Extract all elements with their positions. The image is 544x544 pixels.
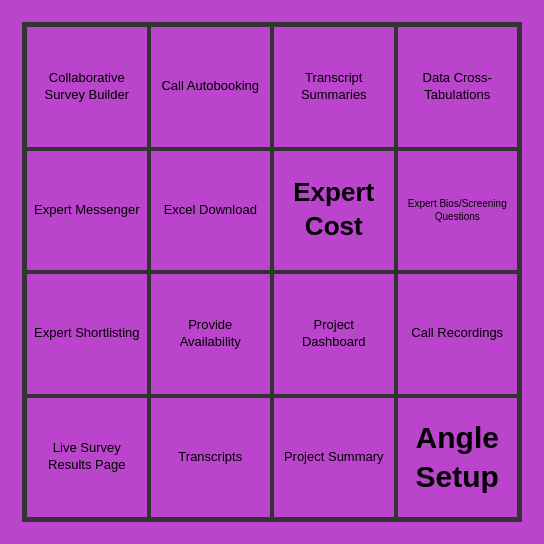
live-survey-results-page: Live Survey Results Page [25,396,149,520]
expert-messenger: Expert Messenger [25,149,149,273]
call-recordings: Call Recordings [396,272,520,396]
collaborative-survey-builder: Collaborative Survey Builder [25,25,149,149]
project-summary: Project Summary [272,396,396,520]
transcript-summaries: Transcript Summaries [272,25,396,149]
expert-cost: Expert Cost [272,149,396,273]
provide-availability: Provide Availability [149,272,273,396]
angle-setup: Angle Setup [396,396,520,520]
expert-bios-screening-questions: Expert Bios/Screening Questions [396,149,520,273]
call-autobooking: Call Autobooking [149,25,273,149]
transcripts: Transcripts [149,396,273,520]
data-cross-tabulations: Data Cross-Tabulations [396,25,520,149]
excel-download: Excel Download [149,149,273,273]
expert-shortlisting: Expert Shortlisting [25,272,149,396]
project-dashboard: Project Dashboard [272,272,396,396]
bingo-board: Collaborative Survey BuilderCall Autoboo… [22,22,522,522]
